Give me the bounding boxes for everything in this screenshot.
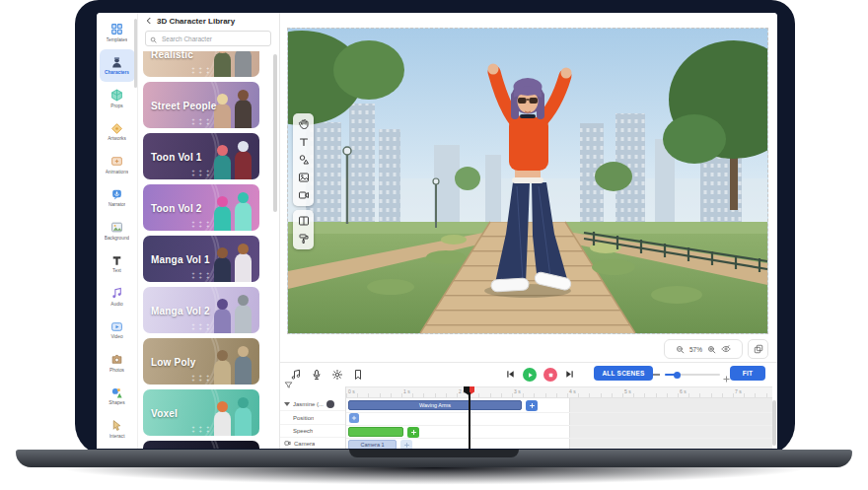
scene-illustration xyxy=(288,29,767,333)
sidebar-item-label: Artworks xyxy=(108,136,126,141)
app-window: Templates Characters Props Artworks Anim… xyxy=(97,13,777,449)
chevron-down-icon[interactable] xyxy=(284,402,290,406)
track-camera[interactable]: Camera xyxy=(280,438,345,449)
hand-tool-icon[interactable] xyxy=(298,118,310,130)
camera-icon xyxy=(284,440,291,448)
card-decoration xyxy=(192,117,211,125)
card-manga-vol-2[interactable]: Manga Vol 2 xyxy=(143,287,259,333)
canvas-size-button[interactable] xyxy=(748,339,768,359)
sidebar-item-interact[interactable]: Interact xyxy=(100,412,135,446)
video-tool-icon[interactable] xyxy=(298,189,310,201)
zoom-controls: 57% xyxy=(664,339,743,359)
sidebar-item-label: Animations xyxy=(106,170,129,175)
sidebar-item-props[interactable]: Props xyxy=(100,82,135,115)
laptop-mockup: Templates Characters Props Artworks Anim… xyxy=(0,0,868,490)
artworks-icon xyxy=(110,122,123,135)
sidebar-item-artworks[interactable]: Artworks xyxy=(100,115,135,149)
interact-icon xyxy=(110,419,123,432)
animation-block[interactable]: Waving Arms xyxy=(348,400,522,410)
filter-icon[interactable] xyxy=(284,376,293,393)
sidebar-item-label: Video xyxy=(110,334,122,339)
card-realistic[interactable]: Realistic xyxy=(143,51,259,77)
sidebar-scrollbar[interactable] xyxy=(134,19,137,88)
scene-canvas[interactable] xyxy=(287,28,768,334)
card-toon-vol-2[interactable]: Toon Vol 2 xyxy=(143,184,259,231)
sidebar-item-label: Shapes xyxy=(108,400,124,405)
add-camera-button[interactable] xyxy=(400,440,412,449)
track-position[interactable]: Position xyxy=(280,412,345,425)
layout-split-icon[interactable] xyxy=(298,215,310,227)
characters-icon xyxy=(110,56,123,69)
card-decoration xyxy=(192,322,211,330)
search-icon xyxy=(150,30,157,47)
card-street-people[interactable]: Street People xyxy=(143,82,259,128)
sidebar-item-audio[interactable]: Audio xyxy=(100,280,135,314)
sidebar-item-label: Templates xyxy=(107,37,128,42)
audio-icon xyxy=(110,287,123,300)
back-chevron-icon[interactable] xyxy=(145,17,153,27)
card-toon-vol-1[interactable]: Toon Vol 1 xyxy=(143,133,259,179)
sidebar-item-label: Photos xyxy=(109,368,124,373)
add-speech-button[interactable] xyxy=(407,427,419,438)
editor-main: 57% xyxy=(280,13,777,449)
speech-block[interactable] xyxy=(348,427,403,437)
card-manga-vol-1[interactable]: Manga Vol 1 xyxy=(143,236,259,282)
sidebar-item-background[interactable]: Background xyxy=(100,214,135,247)
search-input[interactable] xyxy=(160,35,266,43)
add-animation-button[interactable] xyxy=(526,400,538,411)
sidebar-item-video[interactable]: Video xyxy=(100,314,135,347)
all-scenes-button[interactable]: ALL SCENES xyxy=(594,366,653,381)
laptop-notch xyxy=(349,450,519,457)
shapes-tool-icon[interactable] xyxy=(298,154,310,166)
paint-roller-icon[interactable] xyxy=(298,233,310,245)
sidebar-item-shapes[interactable]: Shapes xyxy=(100,380,135,413)
zoom-in-icon[interactable] xyxy=(707,340,716,358)
timeline-zoom-slider[interactable] xyxy=(665,374,720,376)
timeline-ruler[interactable]: 0 s 1 s 2 s 3 s 4 s 5 s 6 s 7 s xyxy=(346,386,772,398)
sidebar-item-animations[interactable]: Animations xyxy=(100,148,135,181)
sidebar-item-photos[interactable]: Photos xyxy=(100,346,135,380)
skip-start-icon[interactable] xyxy=(505,366,516,384)
preview-toggle-icon[interactable] xyxy=(721,340,731,358)
card-voxel[interactable]: Voxel xyxy=(143,389,259,436)
card-decoration xyxy=(192,271,211,279)
timeline-scrollbar[interactable] xyxy=(772,400,776,446)
track-character[interactable]: Jasmine (... xyxy=(280,398,345,411)
sidebar-item-characters[interactable]: Characters xyxy=(100,49,135,83)
sidebar-item-templates[interactable]: Templates xyxy=(100,16,135,49)
sidebar-item-text[interactable]: Text xyxy=(100,247,135,281)
timeline-zoom-out[interactable] xyxy=(653,374,660,376)
zoom-level: 57% xyxy=(689,346,702,353)
search-box[interactable] xyxy=(145,31,271,46)
card-decoration xyxy=(192,374,211,382)
track-header-column: Jasmine (... Position Speech Camera xyxy=(280,386,346,449)
track-speech[interactable]: Speech xyxy=(280,425,345,438)
bookmark-icon[interactable] xyxy=(352,367,364,385)
microphone-icon[interactable] xyxy=(311,367,323,385)
stop-button[interactable] xyxy=(543,368,557,382)
effects-icon[interactable] xyxy=(331,367,343,385)
templates-icon xyxy=(110,23,123,35)
add-position-button[interactable] xyxy=(349,413,359,423)
sidebar-item-label: Audio xyxy=(110,302,122,307)
zoom-out-icon[interactable] xyxy=(676,340,685,358)
timeline-tracks[interactable]: Waving Arms Camera 1 xyxy=(346,398,772,449)
slider-handle[interactable] xyxy=(674,372,681,379)
fit-button[interactable]: FIT xyxy=(730,366,765,381)
photos-icon xyxy=(110,353,123,366)
playhead-line[interactable] xyxy=(469,392,470,449)
card-next[interactable] xyxy=(143,441,259,449)
card-decoration xyxy=(192,220,211,228)
camera-block[interactable]: Camera 1 xyxy=(348,440,397,449)
panel-scrollbar[interactable] xyxy=(273,54,277,212)
timeline-offzone xyxy=(569,398,772,449)
skip-end-icon[interactable] xyxy=(564,366,575,384)
shapes-icon xyxy=(110,386,123,399)
text-tool-icon[interactable] xyxy=(298,136,310,148)
card-low-poly[interactable]: Low Poly xyxy=(143,338,259,385)
image-tool-icon[interactable] xyxy=(298,172,310,183)
sidebar-item-label: Background xyxy=(105,236,130,241)
sidebar-item-narrator[interactable]: Narrator xyxy=(100,181,135,215)
play-button[interactable] xyxy=(523,368,537,382)
background-icon xyxy=(110,221,123,234)
